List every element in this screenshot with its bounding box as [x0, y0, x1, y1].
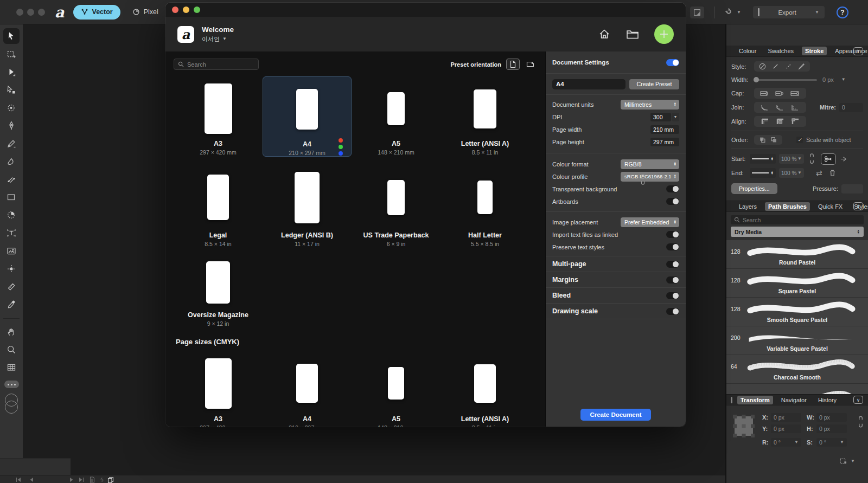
preset-search-input[interactable]: Search	[174, 59, 259, 70]
snapping-menu[interactable]: ▼	[724, 8, 741, 17]
corner-tool[interactable]	[3, 171, 20, 187]
move-tool[interactable]	[3, 28, 20, 44]
margins-toggle[interactable]	[666, 276, 679, 284]
node-tool[interactable]	[3, 64, 20, 80]
preserve-text-styles-toggle[interactable]	[666, 243, 679, 250]
preset-card-a4[interactable]: A4210 × 297 mm	[263, 76, 352, 157]
artboard-tool[interactable]	[3, 46, 20, 62]
page-width-field[interactable]: 210 mm	[650, 125, 679, 134]
pencil-tool[interactable]	[3, 136, 20, 151]
chevron-down-icon[interactable]: ▼	[841, 78, 846, 82]
stroke-well[interactable]	[5, 401, 18, 414]
dialog-titlebar[interactable]	[165, 3, 686, 17]
panel-menu-button[interactable]: ∨	[853, 396, 863, 404]
account-menu[interactable]: 이서인 ▼	[202, 35, 234, 43]
no-stroke-icon[interactable]	[758, 62, 767, 70]
tab-swatches[interactable]: Swatches	[764, 47, 797, 55]
preset-name-input[interactable]: A4	[552, 79, 626, 89]
w-field[interactable]: 0 px	[816, 413, 847, 422]
preset-card-ledger-ansi-b-[interactable]: Ledger (ANSI B)11 × 17 in	[263, 162, 352, 247]
start-percent-select[interactable]: 100 %▼	[779, 154, 804, 164]
last-page-icon[interactable]	[78, 476, 85, 483]
brush-item-charcoal-smooth[interactable]: 64Charcoal Smooth	[726, 355, 868, 383]
selection-brush-tool[interactable]	[3, 100, 20, 115]
brush-category-select[interactable]: Dry Media ▲▼	[731, 227, 864, 237]
point-transform-tool[interactable]	[3, 82, 20, 98]
window-dot[interactable]	[38, 9, 45, 16]
x-field[interactable]: 0 px	[771, 413, 801, 422]
preset-card-a5[interactable]: A5148 × 210 mm	[352, 350, 441, 427]
next-page-icon[interactable]	[68, 476, 75, 483]
image-placement-select[interactable]: Prefer Embedded ▲▼	[621, 217, 679, 227]
brush-item-smooth-square-pastel[interactable]: 128Smooth Square Pastel	[726, 298, 868, 326]
preset-card-letter-ansi-a-[interactable]: Letter (ANSI A)8.5 × 11 in	[441, 76, 529, 157]
transform-options[interactable]: ▼	[839, 458, 855, 465]
zoom-button[interactable]	[194, 7, 200, 13]
close-button[interactable]	[172, 7, 178, 13]
multi-page-toggle[interactable]	[666, 261, 679, 268]
measure-tool[interactable]	[3, 279, 20, 294]
r-field[interactable]: 0 °▼	[771, 438, 801, 447]
persona-tab-pixel[interactable]: Pixel	[129, 5, 162, 20]
align-inside-button[interactable]	[774, 117, 787, 126]
frame-text-tool[interactable]	[3, 225, 20, 241]
anchor-selector[interactable]	[732, 414, 755, 439]
pen-tool[interactable]	[3, 118, 20, 133]
swap-ends-icon[interactable]: ⇄	[816, 169, 822, 177]
brush-item-variable-square-pastel[interactable]: 200Variable Square Pastel	[726, 326, 868, 355]
new-document-button[interactable]	[654, 24, 674, 44]
window-dot[interactable]	[16, 9, 23, 16]
create-preset-button[interactable]: Create Preset	[629, 79, 679, 89]
more-tools-button[interactable]	[4, 381, 19, 388]
panel-grip[interactable]	[731, 397, 732, 403]
drawing-scale-toggle[interactable]	[666, 308, 679, 315]
tab-quick-fx[interactable]: Quick FX	[815, 202, 846, 211]
pressure-field[interactable]	[841, 184, 863, 194]
export-button[interactable]: Export ▼	[753, 6, 825, 18]
open-folder-button[interactable]	[626, 28, 640, 40]
rectangle-tool[interactable]	[3, 189, 20, 205]
tab-history[interactable]: History	[815, 396, 840, 404]
dashed-stroke-icon[interactable]	[784, 62, 793, 70]
tab-stroke[interactable]: Stroke	[802, 47, 827, 55]
trash-icon[interactable]	[829, 169, 836, 177]
brush-item-square-pastel[interactable]: 128Square Pastel	[726, 269, 868, 297]
preset-card-a4[interactable]: A4210 × 297 mm	[263, 350, 352, 427]
brush-search-input[interactable]: Search	[731, 215, 864, 224]
panel-menu-button[interactable]: ∨	[853, 47, 863, 55]
tab-colour[interactable]: Colour	[736, 47, 760, 55]
colour-profile-select[interactable]: sRGB IEC61966-2.1 ▲▼	[621, 172, 679, 182]
import-text-linked-toggle[interactable]	[666, 231, 679, 238]
preset-card-legal[interactable]: Legal8.5 × 14 in	[174, 162, 263, 247]
scale-with-object-option[interactable]: ✓ Scale with object	[796, 137, 851, 143]
colour-picker-tool[interactable]	[3, 297, 20, 312]
checkbox-checked-icon[interactable]: ✓	[796, 137, 803, 143]
brush-stroke-icon[interactable]	[797, 62, 806, 70]
previous-page-icon[interactable]	[28, 476, 35, 483]
align-centre-button[interactable]	[758, 117, 771, 126]
preset-card-a3[interactable]: A3297 × 420 mm	[174, 350, 263, 427]
vector-brush-tool[interactable]	[3, 153, 20, 169]
mitre-field[interactable]: 0	[839, 103, 863, 112]
window-dot[interactable]	[27, 9, 34, 16]
y-field[interactable]: 0 px	[771, 424, 801, 433]
minimize-button[interactable]	[183, 7, 189, 13]
dpi-field[interactable]: 300	[650, 113, 671, 121]
page-height-field[interactable]: 297 mm	[650, 138, 679, 146]
stroke-behind-icon[interactable]	[758, 136, 767, 144]
preset-card-letter-ansi-a-[interactable]: Letter (ANSI A)8.5 × 11 in	[441, 350, 529, 427]
dpi-dropdown[interactable]: ▼	[672, 113, 679, 121]
persona-tab-vector[interactable]: Vector	[73, 5, 120, 20]
square-cap-button[interactable]	[789, 89, 802, 98]
preset-card-a3[interactable]: A3297 × 420 mm	[174, 76, 263, 157]
transparent-background-toggle[interactable]	[666, 185, 679, 192]
solid-stroke-icon[interactable]	[771, 62, 780, 70]
stroke-width-value[interactable]: 0 px	[822, 76, 834, 83]
hyperlink-icon[interactable]	[99, 476, 105, 483]
h-field[interactable]: 0 px	[816, 424, 847, 433]
preset-card-a5[interactable]: A5148 × 210 mm	[352, 76, 441, 157]
round-cap-button[interactable]	[774, 89, 787, 98]
round-join-button[interactable]	[758, 103, 771, 112]
image-tool[interactable]	[3, 243, 20, 259]
tab-layers[interactable]: Layers	[736, 202, 760, 211]
